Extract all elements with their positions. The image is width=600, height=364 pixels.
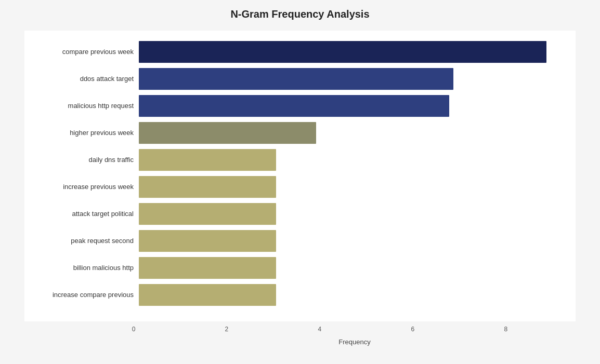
bar-row: peak request second xyxy=(30,230,560,252)
x-tick: 2 xyxy=(225,326,229,333)
x-tick: 4 xyxy=(318,326,322,333)
bar-fill xyxy=(139,149,276,171)
bar-fill xyxy=(139,122,316,144)
x-axis: 02468 xyxy=(24,326,576,336)
bar-track xyxy=(139,257,560,279)
bar-row: higher previous week xyxy=(30,122,560,144)
bar-label: increase previous week xyxy=(30,183,139,191)
bar-label: malicious http request xyxy=(30,102,139,110)
bar-track xyxy=(139,203,560,225)
bar-fill xyxy=(139,68,453,90)
bar-fill xyxy=(139,284,276,306)
x-tick: 8 xyxy=(504,326,507,333)
bar-track xyxy=(139,284,560,306)
bar-track xyxy=(139,41,560,63)
chart-container: N-Gram Frequency Analysis compare previo… xyxy=(14,0,586,364)
bar-track xyxy=(139,68,560,90)
bar-row: increase previous week xyxy=(30,176,560,198)
bar-label: higher previous week xyxy=(30,129,139,137)
bar-label: attack target political xyxy=(30,210,139,218)
bar-row: compare previous week xyxy=(30,41,560,63)
bar-fill xyxy=(139,257,276,279)
x-tick: 6 xyxy=(411,326,414,333)
x-axis-labels: 02468 xyxy=(134,326,576,336)
bar-label: peak request second xyxy=(30,237,139,245)
bar-label: billion malicious http xyxy=(30,264,139,272)
x-tick: 0 xyxy=(132,326,136,333)
bar-track xyxy=(139,122,560,144)
bar-track xyxy=(139,176,560,198)
bar-row: daily dns traffic xyxy=(30,149,560,171)
x-axis-title: Frequency xyxy=(24,338,576,346)
bar-fill xyxy=(139,41,546,63)
bar-fill xyxy=(139,230,276,252)
bar-fill xyxy=(139,95,449,117)
chart-area: compare previous weekddos attack targetm… xyxy=(24,31,576,321)
bar-fill xyxy=(139,176,276,198)
bar-label: compare previous week xyxy=(30,48,139,56)
chart-title: N-Gram Frequency Analysis xyxy=(24,8,576,20)
bar-label: increase compare previous xyxy=(30,291,139,299)
bar-row: ddos attack target xyxy=(30,68,560,90)
bar-label: ddos attack target xyxy=(30,75,139,83)
bar-track xyxy=(139,95,560,117)
bar-track xyxy=(139,230,560,252)
bar-label: daily dns traffic xyxy=(30,156,139,164)
bar-row: attack target political xyxy=(30,203,560,225)
bar-row: malicious http request xyxy=(30,95,560,117)
bar-track xyxy=(139,149,560,171)
bar-row: billion malicious http xyxy=(30,257,560,279)
bar-row: increase compare previous xyxy=(30,284,560,306)
bar-fill xyxy=(139,203,276,225)
